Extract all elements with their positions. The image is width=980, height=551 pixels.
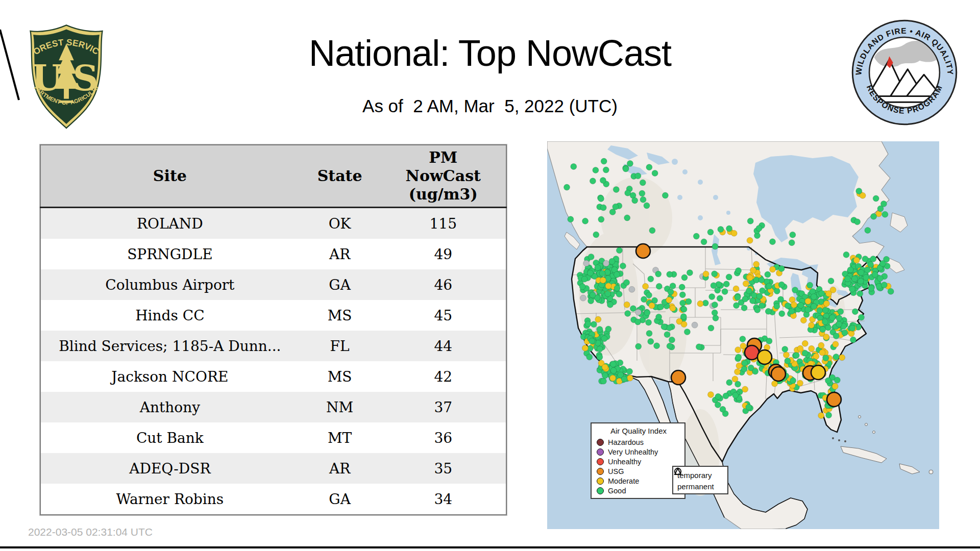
aqi-dot — [723, 393, 729, 399]
aqi-dot — [820, 327, 826, 333]
aqi-dot — [782, 346, 788, 353]
aqi-dot — [644, 310, 650, 316]
aqi-dot — [590, 292, 596, 298]
aqi-dot — [720, 406, 726, 412]
aqi-dot — [635, 343, 642, 349]
aqi-dot — [712, 302, 718, 308]
aqi-dot — [649, 303, 655, 309]
site-cell: Blind Services; 1185-A Dunn... — [40, 331, 299, 361]
aqi-dot — [680, 300, 686, 306]
aqi-dot — [610, 367, 617, 373]
aqi-dot — [610, 361, 616, 367]
aqi-dot — [696, 344, 702, 350]
aqi-dot — [797, 380, 803, 386]
table-row: Hinds CCMS45 — [40, 300, 506, 331]
value-cell: 44 — [380, 331, 506, 361]
aqi-dot — [588, 298, 594, 304]
aqi-dot — [766, 283, 772, 289]
aqi-dot — [747, 237, 753, 243]
aqi-dot — [726, 380, 732, 386]
aqi-legend-label: Good — [608, 487, 626, 495]
state-cell: GA — [299, 269, 381, 300]
legend-item-temporary: temporary — [677, 469, 724, 481]
aqi-dot — [808, 322, 815, 329]
aqi-dot — [599, 270, 605, 277]
aqi-dot — [620, 263, 626, 269]
aqi-dot — [756, 293, 763, 299]
value-cell: 34 — [380, 484, 506, 515]
unhealthy-swatch-icon — [597, 458, 604, 465]
aqi-dot — [779, 311, 785, 317]
aqi-dot — [600, 277, 606, 283]
aqi-legend-label: Very Unhealthy — [608, 448, 658, 456]
aqi-dot — [790, 232, 796, 238]
aqi-dot — [789, 240, 795, 246]
aqi-dot — [753, 261, 760, 267]
aqi-dot — [778, 266, 785, 272]
aqi-dot — [590, 178, 596, 184]
aqi-dot — [681, 321, 687, 328]
aqi-dot — [853, 257, 860, 263]
legend-label-permanent: permanent — [677, 482, 714, 491]
aqi-dot — [823, 300, 829, 307]
top-nowcast-table: Site State PM NowCast (ug/m3) ROLANDOK11… — [40, 144, 507, 515]
aqi-dot — [712, 271, 718, 277]
aqi-dot — [833, 354, 839, 360]
aqi-legend-item: Moderate — [597, 476, 680, 486]
aqi-dot — [661, 323, 667, 330]
aqi-dot — [625, 310, 631, 316]
legend-item-permanent: permanent — [677, 481, 724, 492]
aqi-dot — [605, 326, 611, 332]
aqi-dot — [655, 271, 662, 277]
aqi-dot — [859, 314, 865, 320]
table-row: ROLANDOK115 — [40, 208, 506, 239]
aqi-dot — [797, 345, 803, 352]
site-marker — [757, 350, 772, 364]
aqi-dot — [852, 309, 858, 315]
aqi-legend-label: Unhealthy — [608, 458, 641, 466]
aqi-dot — [800, 317, 806, 323]
aqi-dot — [802, 350, 808, 356]
value-cell: 36 — [380, 422, 506, 453]
site-cell: Warner Robins — [40, 484, 299, 515]
aqi-dot — [624, 215, 630, 221]
aqi-dot — [862, 256, 868, 262]
aqi-dot — [832, 341, 839, 347]
aqi-dot — [586, 354, 593, 360]
site-cell: Hinds CC — [40, 300, 299, 331]
table-row: Jackson NCOREMS42 — [40, 361, 506, 392]
aqi-dot — [598, 196, 604, 202]
aqi-dot — [770, 239, 776, 245]
table-header-row: Site State PM NowCast (ug/m3) — [40, 145, 506, 208]
aqi-dot — [870, 256, 876, 262]
aqi-dot — [832, 383, 838, 389]
aqi-dot — [605, 283, 611, 289]
aqi-dot — [868, 262, 874, 268]
state-cell: AR — [299, 239, 381, 269]
aqi-dot — [823, 355, 829, 361]
aqi-dot — [610, 375, 616, 381]
site-cell: ROLAND — [40, 208, 299, 239]
aqi-dot — [818, 413, 824, 419]
aqi-dot — [742, 360, 748, 366]
aqi-dot — [741, 366, 747, 372]
value-cell: 115 — [380, 208, 506, 239]
site-marker — [811, 365, 825, 380]
aqi-dot — [625, 190, 631, 196]
aqi-dot — [733, 286, 739, 292]
aqi-dot — [582, 218, 589, 224]
aqi-dot — [743, 281, 749, 287]
aqi-dot — [736, 354, 742, 360]
aqi-dot — [765, 308, 771, 314]
aqi-dot — [735, 381, 741, 387]
value-cell: 42 — [380, 361, 506, 392]
legend-label-temporary: temporary — [677, 471, 712, 480]
col-header-pm-nowcast: PM NowCast (ug/m3) — [380, 145, 506, 208]
page-title: National: Top NowCast — [0, 32, 980, 74]
site-cell: ADEQ-DSR — [40, 453, 299, 484]
aqi-dot — [833, 333, 839, 339]
aqi-dot — [701, 239, 707, 245]
aqi-dot — [868, 285, 874, 291]
aqi-dot — [635, 309, 642, 315]
table-row: Cut BankMT36 — [40, 422, 506, 453]
